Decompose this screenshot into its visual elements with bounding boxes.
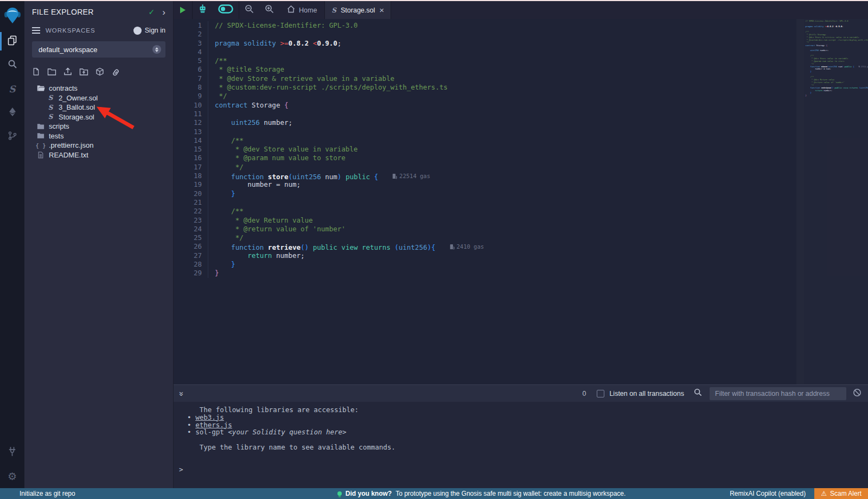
upload-folder-icon[interactable] [79,68,88,78]
line-number: 22 [174,207,202,216]
terminal[interactable]: The following libraries are accessible: … [174,402,868,488]
activity-bar: S [0,1,24,488]
new-folder-icon[interactable] [47,68,56,78]
line-number: 25 [174,233,202,242]
tree-item-label: README.txt [49,151,88,159]
sidebar-item-search[interactable] [0,53,24,77]
scam-alert-button[interactable]: ⚠ Scam Alert [814,488,868,499]
code-line-14[interactable]: 14 /** [174,136,796,145]
code-line-11[interactable]: 11 [174,110,796,118]
code-line-6[interactable]: 6 * @title Storage [174,65,796,74]
tree-item-label: scripts [49,122,69,130]
tree-item-prettierrc-json[interactable]: { }.prettierrc.json [24,141,173,150]
cube-icon[interactable] [95,67,104,78]
git-init-button[interactable]: Initialize as git repo [0,490,233,497]
sidebar-item-git[interactable] [0,125,24,149]
minimap[interactable]: // SPDX-License-Identifier: GPL-3.0pragm… [804,19,868,384]
terminal-line [179,436,868,444]
sidebar-item-deploy-and-run[interactable] [0,101,24,125]
tree-item-scripts[interactable]: scripts [24,122,173,131]
file-explorer-icon [7,35,17,48]
sidebar-item-settings[interactable]: ⚙ [0,464,24,488]
tree-item-readme-txt[interactable]: README.txt [24,150,173,160]
remix-logo-icon[interactable] [0,1,24,29]
transaction-filter-input[interactable] [710,387,846,400]
code-line-13[interactable]: 13 [174,128,796,136]
plug-icon [7,446,17,459]
workspaces-menu-icon[interactable] [32,27,40,34]
code-line-9[interactable]: 9 */ [174,92,796,100]
code-line-25[interactable]: 25 */ [174,233,796,242]
code-line-15[interactable]: 15 * @dev Store value in variable [174,145,796,154]
code-line-28[interactable]: 28 } [174,260,796,269]
code-line-21[interactable]: 21 [174,198,796,207]
panel-expand-chevron-icon[interactable]: › [162,8,165,17]
copilot-status[interactable]: RemixAI Copilot (enabled) [730,490,806,497]
tab-storage-sol[interactable]: S Storage.sol × [325,1,391,19]
code-line-12[interactable]: 12 uint256 number; [174,118,796,127]
code-line-4[interactable]: 4 [174,48,796,56]
code-line-10[interactable]: 10contract Storage { [174,101,796,110]
code-line-23[interactable]: 23 * @dev Return value [174,216,796,225]
workspace-select[interactable]: default_workspace [32,41,165,58]
line-number: 24 [174,225,202,233]
clear-console-icon[interactable] [853,388,861,399]
listen-all-transactions-checkbox[interactable] [597,390,604,397]
solidity-icon: S [46,104,55,111]
new-file-icon[interactable] [32,67,40,78]
editor-scrollbar[interactable] [796,19,804,384]
code-line-19[interactable]: 19 number = num; [174,180,796,189]
link-icon[interactable] [111,68,120,78]
code-line-24[interactable]: 24 * @return value of 'number' [174,225,796,233]
zoom-in-button[interactable] [259,1,279,19]
ai-copilot-toggle[interactable] [213,1,239,19]
terminal-line: • ethers.js [179,421,868,429]
tab-close-icon[interactable]: × [379,6,384,14]
code-line-20[interactable]: 20 } [174,190,796,198]
tree-item-storage-sol[interactable]: SStorage.sol [24,112,173,122]
ai-assistant-button[interactable] [193,1,213,19]
code-line-3[interactable]: 3pragma solidity >=0.8.2 <0.9.0; [174,39,796,48]
terminal-link-ethersjs[interactable]: ethers.js [195,421,232,429]
code-line-26[interactable]: 26 function retrieve() public view retur… [174,242,796,251]
line-number: 18 [174,172,202,180]
sidebar-item-solidity-compiler[interactable]: S [0,77,24,101]
line-number: 3 [174,39,202,48]
code-line-27[interactable]: 27 return number; [174,251,796,260]
code-editor[interactable]: 1// SPDX-License-Identifier: GPL-3.023pr… [174,19,868,384]
tree-item-3-ballot-sol[interactable]: S3_Ballot.sol [24,103,173,112]
tree-item-2-owner-sol[interactable]: S2_Owner.sol [24,93,173,103]
zoom-out-button[interactable] [239,1,259,19]
code-line-18[interactable]: 18 function store(uint256 num) public {2… [174,172,796,180]
sign-in-button[interactable]: Sign in [133,27,165,35]
code-line-16[interactable]: 16 * @param num value to store [174,154,796,162]
tree-item-tests[interactable]: tests [24,131,173,141]
code-line-22[interactable]: 22 /** [174,207,796,216]
sidebar-item-file-explorer[interactable] [0,29,24,53]
tree-item-label: .prettierrc.json [49,141,93,149]
terminal-link-web3js[interactable]: web3.js [195,413,224,421]
code-line-29[interactable]: 29} [174,269,796,277]
tree-item-contracts[interactable]: contracts [24,84,173,93]
run-script-button[interactable] [174,1,192,19]
terminal-line: • sol-gpt <your Solidity question here> [179,428,868,436]
code-line-5[interactable]: 5/** [174,56,796,65]
home-tab[interactable]: Home [279,1,324,19]
sidebar-item-plugin-manager[interactable] [0,440,24,464]
code-line-17[interactable]: 17 */ [174,163,796,172]
line-number: 29 [174,269,202,277]
warning-icon: ⚠ [821,490,827,497]
folder-icon [36,123,45,130]
code-line-1[interactable]: 1// SPDX-License-Identifier: GPL-3.0 [174,21,796,30]
line-number: 15 [174,145,202,154]
git-branch-icon [8,131,17,143]
transaction-count: 0 [582,390,586,397]
terminal-collapse-icon[interactable]: » [177,391,187,395]
code-line-7[interactable]: 7 * @dev Store & retrieve value in a var… [174,74,796,83]
code-line-2[interactable]: 2 [174,30,796,39]
solidity-icon: S [46,113,55,120]
code-line-8[interactable]: 8 * @custom:dev-run-script ./scripts/dep… [174,83,796,92]
upload-file-icon[interactable] [63,67,72,78]
listen-all-transactions-label[interactable]: Listen on all transactions [609,390,684,397]
gear-icon: ⚙ [8,471,17,482]
